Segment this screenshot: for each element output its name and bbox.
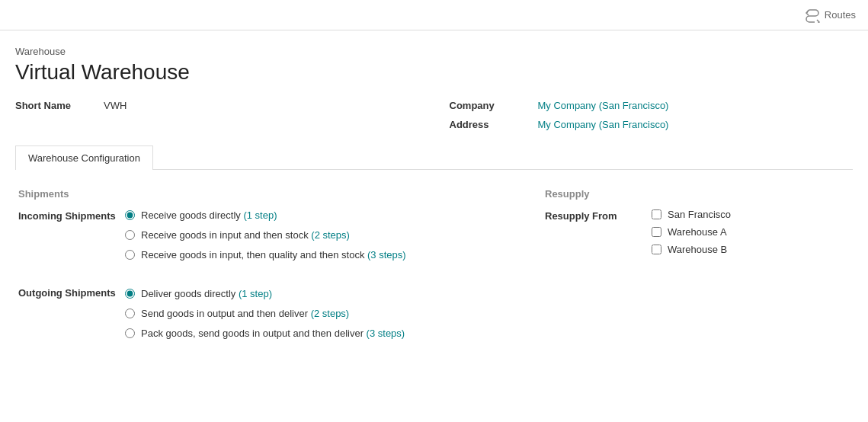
resupply-sf[interactable]: San Francisco xyxy=(652,209,850,220)
outgoing-label: Outgoing Shipments xyxy=(18,275,125,299)
company-label: Company xyxy=(450,100,526,111)
resupply-sf-checkbox[interactable] xyxy=(652,209,661,219)
incoming-option-1step[interactable]: Receive goods directly (1 step) xyxy=(125,209,514,222)
form-grid: Short Name VWH Company My Company (San F… xyxy=(15,100,853,130)
routes-icon xyxy=(805,8,820,23)
resupply-wha-label: Warehouse A xyxy=(668,226,727,238)
outgoing-radio-1step[interactable] xyxy=(125,289,135,299)
top-bar: Routes xyxy=(0,0,868,30)
address-row: Address My Company (San Francisco) xyxy=(450,119,854,130)
resupply-whb-checkbox[interactable] xyxy=(652,245,661,254)
resupply-checkbox-group: San Francisco Warehouse A Warehouse B xyxy=(652,209,850,255)
resupply-wha[interactable]: Warehouse A xyxy=(652,226,850,238)
outgoing-option-2step[interactable]: Send goods in output and then deliver (2… xyxy=(125,307,514,321)
resupply-from-label: Resupply From xyxy=(545,209,652,222)
company-row: Company My Company (San Francisco) xyxy=(450,100,854,111)
outgoing-option-1step[interactable]: Deliver goods directly (1 step) xyxy=(125,287,514,301)
form-left: Short Name VWH xyxy=(15,100,419,130)
short-name-value: VWH xyxy=(104,100,127,111)
short-name-label: Short Name xyxy=(15,100,91,111)
tabs-bar: Warehouse Configuration xyxy=(15,145,853,170)
address-value[interactable]: My Company (San Francisco) xyxy=(538,119,669,130)
incoming-label: Incoming Shipments xyxy=(18,209,125,222)
resupply-grid: Resupply From San Francisco Warehouse A xyxy=(545,209,850,255)
page-title: Virtual Warehouse xyxy=(15,60,853,85)
company-value[interactable]: My Company (San Francisco) xyxy=(538,100,669,111)
outgoing-radio-3step[interactable] xyxy=(125,328,135,338)
resupply-sf-label: San Francisco xyxy=(668,209,731,220)
incoming-radio-2step[interactable] xyxy=(125,230,135,240)
address-label: Address xyxy=(450,119,526,130)
routes-label: Routes xyxy=(825,9,856,21)
incoming-radio-1step[interactable] xyxy=(125,210,135,220)
outgoing-radio-group: Deliver goods directly (1 step) Send goo… xyxy=(125,275,514,341)
outgoing-radio-2step[interactable] xyxy=(125,309,135,318)
short-name-row: Short Name VWH xyxy=(15,100,419,111)
incoming-option-2step[interactable]: Receive goods in input and then stock (2… xyxy=(125,229,514,242)
routes-button[interactable]: Routes xyxy=(805,8,856,23)
tab-content-warehouse-config: Shipments Incoming Shipments Receive goo… xyxy=(15,188,853,340)
incoming-option-3step[interactable]: Receive goods in input, then quality and… xyxy=(125,248,514,262)
resupply-whb[interactable]: Warehouse B xyxy=(652,244,850,255)
resupply-col: Resupply Resupply From San Francisco War… xyxy=(545,188,850,340)
tab-columns: Shipments Incoming Shipments Receive goo… xyxy=(18,188,850,340)
incoming-radio-3step[interactable] xyxy=(125,250,135,260)
shipments-grid: Incoming Shipments Receive goods directl… xyxy=(18,209,514,340)
tab-warehouse-config[interactable]: Warehouse Configuration xyxy=(15,145,153,170)
main-content: Warehouse Virtual Warehouse Short Name V… xyxy=(0,30,868,356)
resupply-whb-label: Warehouse B xyxy=(668,244,727,255)
outgoing-option-3step[interactable]: Pack goods, send goods in output and the… xyxy=(125,327,514,340)
shipments-section-header: Shipments xyxy=(18,188,514,200)
incoming-radio-group: Receive goods directly (1 step) Receive … xyxy=(125,209,514,263)
shipments-col: Shipments Incoming Shipments Receive goo… xyxy=(18,188,514,340)
resupply-wha-checkbox[interactable] xyxy=(652,227,661,237)
form-right: Company My Company (San Francisco) Addre… xyxy=(450,100,854,130)
breadcrumb: Warehouse xyxy=(15,46,853,57)
resupply-section-header: Resupply xyxy=(545,188,850,200)
